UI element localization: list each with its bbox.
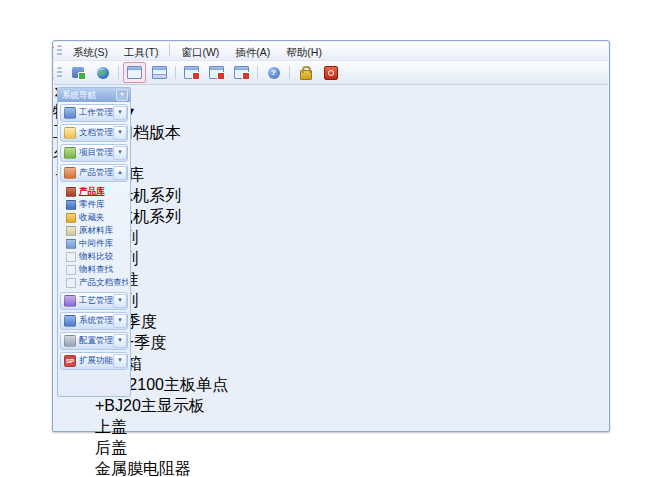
sidebar-item[interactable]: 原材料库: [62, 224, 128, 237]
tree-node[interactable]: +单把系列: [53, 249, 609, 270]
help-icon: [268, 67, 280, 79]
chevron-down-icon[interactable]: ▼: [113, 334, 127, 348]
systemmgr-icon: [64, 315, 76, 327]
sidebar-item-label: 物料查找: [79, 264, 113, 276]
sidebar-item-label: 中间件库: [79, 238, 113, 250]
menu-item[interactable]: 系统(S): [65, 44, 116, 60]
nav-group[interactable]: 工作管理▼: [60, 104, 128, 122]
nav-group-label: 工艺管理: [79, 295, 113, 307]
nav-group[interactable]: SP扩展功能▼: [60, 352, 128, 370]
help-button[interactable]: [262, 62, 285, 83]
nav-group-label: 扩展功能: [79, 355, 113, 367]
lock-button[interactable]: [294, 62, 317, 83]
globe-icon: [97, 67, 109, 79]
chevron-down-icon[interactable]: ▼: [113, 294, 127, 308]
sidebar-item[interactable]: 产品文档查找: [62, 276, 128, 289]
nav-group[interactable]: 系统管理▼: [60, 312, 128, 330]
tree-node[interactable]: +检验标准: [53, 270, 609, 291]
window-icon: [127, 66, 142, 79]
tree-node[interactable]: +SP-演示机系列: [53, 186, 609, 207]
toolbar-grip-handle[interactable]: [57, 67, 62, 79]
layout-button[interactable]: [148, 62, 171, 83]
tree-node[interactable]: +BJ-2100主板单点: [53, 375, 609, 396]
workspace-icon: [72, 67, 84, 78]
chevron-down-icon[interactable]: ▼: [113, 146, 127, 160]
tree-column-header[interactable]: 名称: [53, 144, 609, 165]
sidebar-item[interactable]: 零件库: [62, 198, 128, 211]
configmgr-icon: [64, 335, 76, 347]
mail-badge-icon: [234, 66, 249, 79]
mail-receive-icon: [209, 66, 224, 79]
menu-item[interactable]: 窗口(W): [173, 44, 227, 60]
chevron-down-icon[interactable]: ▼: [113, 314, 127, 328]
menu-item[interactable]: 帮助(H): [278, 44, 330, 60]
sp-icon: SP: [64, 355, 76, 367]
sidebar-header: 系统导航 ▾: [58, 88, 130, 102]
nav-group[interactable]: 配置管理▼: [60, 332, 128, 350]
sidebar-item[interactable]: 物料查找: [62, 263, 128, 276]
chevron-down-icon[interactable]: ▼: [113, 354, 127, 368]
toolbar-items: [65, 62, 343, 83]
window-button[interactable]: [123, 62, 146, 83]
tree-node[interactable]: +SP-测试机系列: [53, 207, 609, 228]
tree-node[interactable]: −08年一季度: [53, 333, 609, 354]
nav-group-label: 配置管理: [79, 335, 113, 347]
sidebar-item[interactable]: 收藏夹: [62, 211, 128, 224]
menu-item[interactable]: 工具(T): [116, 44, 166, 60]
tree-node[interactable]: +BJ20主显示板: [53, 396, 609, 417]
nav-group[interactable]: 工艺管理▼: [60, 292, 128, 310]
sidebar-item[interactable]: 中间件库: [62, 237, 128, 250]
nav-group-items: 产品库零件库收藏夹原材料库中间件库物料比较物料查找产品文档查找: [60, 184, 128, 292]
expand-icon[interactable]: +: [95, 397, 104, 414]
favorites-icon: [66, 213, 76, 223]
mail-send-button[interactable]: [180, 62, 203, 83]
tree-node[interactable]: +欧式系列: [53, 228, 609, 249]
chevron-down-icon[interactable]: ▼: [113, 126, 127, 140]
search-icon: [66, 265, 76, 275]
chevron-down-icon[interactable]: ▼: [113, 106, 127, 120]
tree-node-label: 上盖: [95, 418, 127, 435]
tree-node[interactable]: 08年四季度: [53, 312, 609, 333]
exit-button[interactable]: [319, 62, 342, 83]
nav-group[interactable]: 产品管理▲: [60, 164, 128, 182]
rawmat-icon: [66, 226, 76, 236]
nav-group-label: 项目管理: [79, 147, 113, 159]
compare-icon: [66, 252, 76, 262]
tree-node[interactable]: 金属膜电阻器: [53, 459, 609, 477]
tree-node[interactable]: −系统产品库: [53, 165, 609, 186]
workspace-button[interactable]: [66, 62, 89, 83]
menu-bar: 系统(S)工具(T)窗口(W)插件(A)帮助(H): [54, 42, 608, 61]
app-window: 系统(S)工具(T)窗口(W)插件(A)帮助(H) 系统导航 ▾ 工作管理▼文档…: [52, 40, 610, 432]
toolbar: [54, 61, 608, 85]
toolbar-separator: [289, 66, 290, 79]
menu-items: 系统(S)工具(T)窗口(W)插件(A)帮助(H): [65, 43, 330, 60]
partlib-icon: [66, 200, 76, 210]
menu-separator: [169, 43, 170, 56]
project-icon: [64, 147, 76, 159]
tree-node[interactable]: 后盖: [53, 438, 609, 459]
prodlib-icon: [66, 187, 76, 197]
processmgr-icon: [64, 295, 76, 307]
toolbar-separator: [118, 66, 119, 79]
menubar-grip-handle[interactable]: [57, 45, 62, 57]
mail-receive-button[interactable]: [205, 62, 228, 83]
globe-button[interactable]: [91, 62, 114, 83]
tree-node[interactable]: −电烤箱: [53, 354, 609, 375]
tree-node[interactable]: −美式系列: [53, 291, 609, 312]
exit-icon: [324, 66, 338, 80]
sidebar-pin-icon[interactable]: ▾: [116, 89, 128, 101]
bom-version-tabs: 工作版本归档版本: [53, 123, 609, 144]
nav-group[interactable]: 项目管理▼: [60, 144, 128, 162]
sidebar-item[interactable]: 物料比较: [62, 250, 128, 263]
chevron-up-icon[interactable]: ▲: [113, 166, 127, 180]
tree-node[interactable]: 上盖: [53, 417, 609, 438]
mail-send-icon: [184, 66, 199, 79]
nav-group-label: 工作管理: [79, 107, 113, 119]
nav-group[interactable]: 文档管理▼: [60, 124, 128, 142]
sidebar-item-label: 原材料库: [79, 225, 113, 237]
sidebar-item[interactable]: 产品库: [62, 185, 128, 198]
bom-panel-header: 物料BOM ▾: [53, 102, 609, 123]
menu-item[interactable]: 插件(A): [227, 44, 278, 60]
mail-badge-button[interactable]: [230, 62, 253, 83]
nav-group-label: 产品管理: [79, 167, 113, 179]
